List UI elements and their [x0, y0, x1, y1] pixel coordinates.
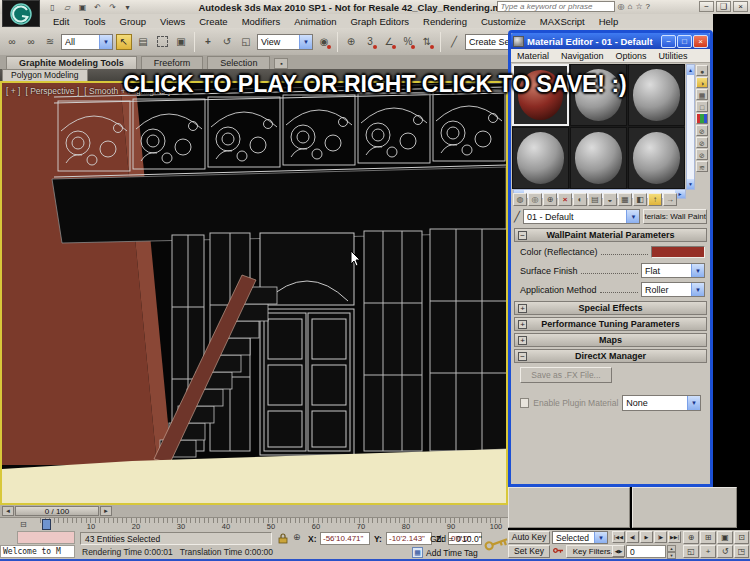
redo-icon[interactable]: ↷	[106, 2, 119, 13]
maximize-viewport-icon[interactable]: ◳	[734, 545, 749, 558]
rollout-performance-tuning[interactable]: + Performance Tuning Parameters	[514, 317, 707, 331]
selection-lock-icon[interactable]	[278, 533, 288, 546]
rectangular-selection-icon[interactable]	[154, 34, 170, 50]
use-pivot-center-icon[interactable]: ◉	[316, 34, 332, 50]
material-name-dropdown[interactable]: 01 - Default▼	[523, 209, 640, 224]
current-frame-marker[interactable]	[42, 519, 51, 530]
new-file-icon[interactable]: ▯	[46, 2, 59, 13]
select-by-name-icon[interactable]: ▤	[135, 34, 151, 50]
me-menu-utilities[interactable]: Utilities	[653, 51, 694, 61]
next-frame-icon[interactable]: ►	[100, 506, 112, 516]
set-keys-icon[interactable]	[553, 546, 564, 557]
rollout-maps[interactable]: + Maps	[514, 333, 707, 347]
percent-snap-icon[interactable]: %	[400, 34, 416, 50]
select-scale-tool[interactable]: ◱	[238, 34, 254, 50]
current-frame-field[interactable]: 0	[626, 545, 666, 558]
select-move-tool[interactable]: +	[200, 34, 216, 50]
angle-snap-icon[interactable]: ∠	[381, 34, 397, 50]
me-maximize-button[interactable]: □	[677, 35, 692, 48]
pick-material-eyedropper-icon[interactable]: ╱	[514, 211, 520, 222]
go-to-start-button[interactable]: |◀◀	[612, 531, 625, 543]
scroll-up-icon[interactable]: ▲	[687, 65, 694, 75]
help-icon[interactable]: ?	[646, 2, 650, 11]
menu-maxscript[interactable]: MAXScript	[533, 16, 592, 27]
rollout-special-effects[interactable]: + Special Effects	[514, 301, 707, 315]
menu-graph-editors[interactable]: Graph Editors	[343, 16, 416, 27]
show-map-in-viewport-icon[interactable]: ▦	[618, 193, 632, 206]
video-color-check-icon[interactable]	[696, 113, 708, 124]
viewport-menu-plus[interactable]: [ + ]	[6, 86, 20, 96]
select-by-material-icon[interactable]: ⊘	[696, 149, 708, 160]
menu-help[interactable]: Help	[592, 16, 626, 27]
menu-customize[interactable]: Customize	[474, 16, 533, 27]
arc-rotate-icon[interactable]: ↺	[717, 545, 733, 558]
rollout-wallpaint-params[interactable]: − WallPaint Material Parameters	[514, 228, 707, 242]
menu-tools[interactable]: Tools	[76, 16, 112, 27]
unlink-icon[interactable]: ∞	[23, 34, 39, 50]
auto-key-button[interactable]: Auto Key	[508, 531, 550, 544]
snaps-toggle-3d-icon[interactable]: 3	[362, 34, 378, 50]
me-menu-options[interactable]: Options	[610, 51, 653, 61]
make-copy-icon[interactable]: ◐	[573, 193, 587, 206]
put-to-scene-icon[interactable]: ◎	[528, 193, 542, 206]
menu-rendering[interactable]: Rendering	[416, 16, 474, 27]
selection-filter-dropdown[interactable]: All▼	[61, 34, 113, 50]
save-file-icon[interactable]: ▣	[76, 2, 89, 13]
menu-views[interactable]: Views	[153, 16, 192, 27]
window-crossing-icon[interactable]: ▣	[173, 34, 189, 50]
go-to-parent-icon[interactable]: ↑	[648, 193, 662, 206]
listener-output-row[interactable]: Welcome to M	[0, 545, 75, 558]
select-object-tool[interactable]: ↖	[116, 34, 132, 50]
key-mode-toggle-button[interactable]: ◀▶	[612, 545, 625, 557]
search-input[interactable]	[497, 1, 615, 12]
key-mode-dropdown[interactable]: Selected▼	[552, 531, 608, 544]
material-map-navigator-icon[interactable]: ≋	[696, 161, 708, 172]
quickaccess-dropdown-icon[interactable]: ▾	[121, 2, 134, 13]
bind-spacewarp-icon[interactable]: ≋	[42, 34, 58, 50]
absolute-mode-icon[interactable]: ⊕	[293, 532, 301, 542]
subscription-icon[interactable]: ⌂	[628, 2, 633, 11]
sample-type-icon[interactable]: ●	[696, 65, 708, 76]
prev-frame-icon[interactable]: ◄	[2, 506, 14, 516]
zoom-extents-icon[interactable]: ▣	[717, 531, 733, 544]
surface-finish-dropdown[interactable]: Flat▼	[641, 263, 705, 278]
select-manipulate-icon[interactable]: ⊕	[343, 34, 359, 50]
sample-slot[interactable]	[628, 127, 685, 189]
select-link-icon[interactable]: ∞	[4, 34, 20, 50]
backlight-icon[interactable]: ◑	[696, 77, 708, 88]
favorites-star-icon[interactable]: ☆	[635, 2, 642, 11]
play-button[interactable]: ▶	[640, 531, 653, 543]
material-id-channel-icon[interactable]: ◒	[603, 193, 617, 206]
plugin-material-dropdown[interactable]: None▼	[622, 395, 701, 411]
zoom-icon[interactable]: ⊕	[683, 531, 699, 544]
search-icon[interactable]: ◎	[618, 2, 625, 11]
tab-freeform[interactable]: Freeform	[141, 56, 204, 69]
sample-slot[interactable]	[512, 127, 569, 189]
application-method-dropdown[interactable]: Roller▼	[641, 282, 705, 297]
me-minimize-button[interactable]: −	[661, 35, 676, 48]
undo-icon[interactable]: ↶	[91, 2, 104, 13]
close-button[interactable]: ×	[733, 1, 748, 12]
background-checker-icon[interactable]: ▦	[696, 89, 708, 100]
enable-plugin-checkbox[interactable]	[520, 398, 529, 408]
me-close-button[interactable]: ×	[693, 35, 708, 48]
scroll-down-icon[interactable]: ▼	[687, 179, 694, 189]
menu-group[interactable]: Group	[113, 16, 153, 27]
menu-create[interactable]: Create	[192, 16, 235, 27]
open-file-icon[interactable]: ▱	[61, 2, 74, 13]
get-material-icon[interactable]: ◍	[513, 193, 527, 206]
add-time-tag[interactable]: ▦ Add Time Tag	[412, 547, 478, 558]
material-type-button[interactable]: terials: Wall Paint	[643, 209, 707, 224]
perspective-viewport[interactable]	[0, 81, 508, 505]
sample-vertical-scrollbar[interactable]: ▲ ▼	[686, 64, 695, 190]
next-frame-button[interactable]: |▶	[654, 531, 667, 543]
tab-selection[interactable]: Selection	[207, 56, 270, 69]
color-reflectance-swatch[interactable]	[651, 246, 705, 258]
3ds-max-logo[interactable]	[2, 0, 40, 27]
frame-spinner[interactable]: ▲▼	[667, 545, 676, 558]
put-to-library-icon[interactable]: ▤	[588, 193, 602, 206]
zoom-all-icon[interactable]: ⊞	[700, 531, 716, 544]
me-menu-navigation[interactable]: Navigation	[555, 51, 610, 61]
save-fx-file-button[interactable]: Save as .FX File...	[520, 367, 612, 383]
select-rotate-tool[interactable]: ↺	[219, 34, 235, 50]
